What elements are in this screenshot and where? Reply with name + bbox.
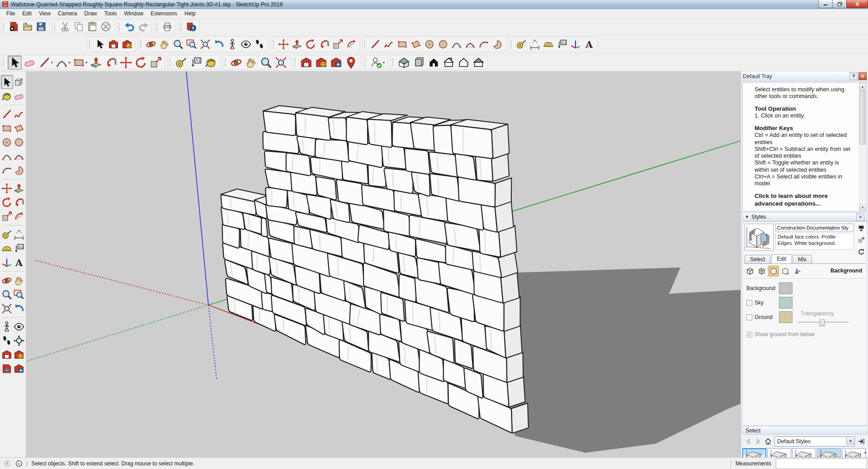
save-button[interactable] (35, 20, 47, 33)
menu-item-tools[interactable]: Tools (101, 9, 121, 18)
rectangle-button[interactable] (1, 121, 13, 135)
view-front-button[interactable] (427, 56, 441, 70)
menu-item-help[interactable]: Help (181, 9, 199, 18)
show-ground-checkbox[interactable]: ✓ (746, 332, 752, 338)
follow-me-button[interactable] (318, 38, 330, 51)
position-camera-button[interactable] (226, 38, 239, 51)
style-thumbnail-4[interactable] (817, 448, 841, 457)
geolocation-status-icon[interactable] (4, 460, 11, 467)
menu-item-view[interactable]: View (35, 9, 54, 18)
tape-measure-button[interactable] (174, 56, 188, 70)
scroll-down-icon[interactable]: ▼ (859, 204, 866, 211)
two-point-arc-button[interactable] (464, 38, 476, 51)
slider-knob[interactable] (820, 319, 825, 326)
push-pull-button[interactable] (89, 56, 103, 70)
edge-style-tab[interactable] (745, 266, 755, 277)
rectangle-button[interactable]: ▾ (72, 56, 88, 70)
pie-button[interactable] (491, 38, 504, 51)
model-info-button[interactable] (185, 20, 198, 33)
axes-button[interactable] (569, 38, 582, 51)
dropdown-arrow-icon[interactable]: ▼ (846, 437, 854, 445)
toolbar-grip[interactable] (510, 40, 513, 48)
toolbar-grip[interactable] (119, 23, 121, 30)
toolbar-grip[interactable] (180, 23, 183, 30)
toolbar-grip[interactable] (3, 58, 5, 66)
warehouse-button[interactable] (299, 56, 313, 70)
three-point-arc-button[interactable] (477, 38, 490, 51)
position-camera-button[interactable] (1, 319, 13, 333)
menu-item-extensions[interactable]: Extensions (147, 9, 181, 18)
toolbar-grip[interactable] (392, 58, 395, 66)
share-model-button[interactable] (13, 347, 25, 361)
scale-button[interactable] (331, 38, 344, 51)
text-3d-button[interactable]: A (13, 255, 25, 269)
geolocation-button[interactable] (344, 56, 358, 70)
toolbar-grip[interactable] (156, 23, 159, 30)
thumbnails-scroll-icon[interactable]: ▼ (863, 451, 867, 455)
cut-button[interactable] (59, 20, 71, 33)
line-button[interactable] (369, 38, 382, 51)
warehouse-button[interactable] (107, 38, 120, 51)
styles-close-icon[interactable] (856, 213, 864, 221)
line-button[interactable]: ▾ (38, 56, 54, 70)
background-style-tab[interactable] (768, 266, 779, 277)
move-button[interactable] (1, 181, 13, 195)
zoom-extents-button[interactable] (199, 38, 212, 51)
look-around-button[interactable] (240, 38, 252, 51)
redo-button[interactable] (137, 20, 150, 33)
tape-measure-button[interactable] (1, 227, 13, 241)
view-iso-button[interactable] (397, 56, 411, 70)
style-preview-thumbnail[interactable] (745, 224, 774, 251)
view-top-button[interactable] (412, 56, 426, 70)
help-status-icon[interactable] (15, 460, 23, 467)
instructor-more-link[interactable]: Click to learn about more advanced opera… (755, 192, 850, 207)
collapse-arrow-icon[interactable]: ▼ (745, 215, 749, 219)
move-button[interactable] (119, 56, 133, 70)
text-button[interactable]: A1 (189, 56, 203, 70)
walk-button[interactable] (253, 38, 266, 51)
model-canvas[interactable] (26, 71, 741, 457)
toolbar-grip[interactable] (364, 40, 367, 48)
toolbar-grip[interactable] (3, 23, 5, 30)
rotate-button[interactable] (304, 38, 317, 51)
styles-tab-select[interactable]: Select (745, 255, 770, 263)
move-button[interactable] (277, 38, 290, 51)
orbit-button[interactable] (1, 273, 13, 287)
paint-bucket-button[interactable] (1, 89, 13, 103)
style-thumbnail-5[interactable] (842, 448, 866, 457)
zoom-button[interactable] (172, 38, 184, 51)
undo-button[interactable] (123, 20, 136, 33)
text-3d-button[interactable]: A (583, 38, 595, 51)
toolbar-grip[interactable] (140, 40, 142, 48)
background-color-swatch[interactable] (779, 282, 793, 294)
offset-button[interactable] (13, 209, 25, 223)
toolbar-grip[interactable] (225, 58, 227, 66)
share-model-button[interactable] (121, 38, 133, 51)
style-thumbnail-1[interactable] (742, 448, 766, 457)
line-button[interactable] (1, 107, 13, 121)
scale-button[interactable] (1, 209, 13, 223)
modeling-style-tab[interactable] (792, 266, 802, 277)
style-thumbnail-2[interactable] (767, 448, 791, 457)
menu-item-window[interactable]: Window (121, 9, 147, 18)
select-section-bar[interactable]: Select (742, 426, 867, 435)
dimension-button[interactable] (528, 38, 541, 51)
previous-button[interactable] (212, 38, 225, 51)
make-component-button[interactable] (13, 75, 25, 89)
circle-button[interactable] (423, 38, 436, 51)
look-around-button[interactable] (13, 319, 25, 333)
toolbar-grip[interactable] (89, 40, 91, 48)
back-arrow-icon[interactable] (743, 436, 753, 446)
tape-measure-button[interactable] (515, 38, 528, 51)
create-new-style-icon[interactable] (857, 235, 866, 244)
select-button[interactable] (1, 75, 13, 89)
pan-button[interactable] (244, 56, 258, 70)
home-icon[interactable] (763, 436, 773, 446)
send-to-layout-button[interactable] (1, 361, 13, 375)
toolbar-grip[interactable] (295, 58, 297, 66)
ground-color-swatch[interactable] (779, 311, 793, 323)
erase-doc-button[interactable] (99, 20, 112, 33)
follow-me-button[interactable] (104, 56, 118, 70)
walk-button[interactable] (1, 333, 13, 347)
polygon-button[interactable] (13, 135, 25, 149)
